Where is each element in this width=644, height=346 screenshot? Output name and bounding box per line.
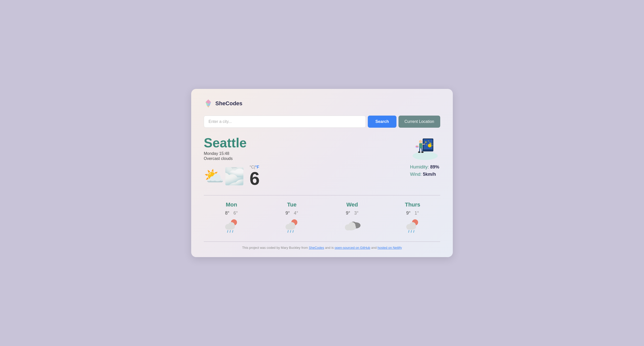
forecast-day-name: Mon [226, 201, 237, 208]
svg-line-19 [419, 148, 420, 152]
weather-left: Seattle Monday 15:48 Overcast clouds ⛅🌫️… [204, 135, 260, 188]
forecast-temps: 8° 6° [225, 211, 238, 216]
forecast-icon-wed [343, 218, 361, 234]
wind-label: Wind: [410, 172, 422, 177]
humidity-value: 89% [430, 164, 439, 169]
forecast-day-name: Tue [287, 201, 296, 208]
svg-point-15 [419, 140, 422, 143]
forecast-low: 6° [233, 211, 238, 216]
svg-point-37 [289, 222, 295, 229]
header: SheCodes [204, 99, 440, 108]
forecast-day-wed: Wed 9° 3° [325, 201, 380, 235]
svg-line-52 [414, 230, 414, 232]
current-weather-section: Seattle Monday 15:48 Overcast clouds ⛅🌫️… [204, 135, 440, 188]
forecast-day-name: Wed [346, 201, 358, 208]
footer-divider [204, 241, 440, 242]
forecast-low: 1° [415, 211, 419, 216]
svg-line-39 [290, 230, 291, 232]
forecast-temps: 9° 4° [286, 211, 298, 216]
svg-point-30 [228, 222, 235, 229]
humidity-label: Humidity: [410, 164, 429, 169]
forecast-low: 3° [354, 211, 358, 216]
wind-stat: Wind: 5km/h [410, 172, 439, 177]
svg-point-22 [421, 152, 424, 153]
forecast-low: 4° [294, 211, 298, 216]
app-card: SheCodes Search Current Location Seattle… [191, 89, 453, 257]
footer-middle: and is [324, 246, 335, 250]
svg-line-13 [431, 144, 432, 144]
wind-value: 5km/h [423, 172, 436, 177]
temperature-value: 6 [250, 169, 260, 188]
section-divider [204, 195, 440, 195]
svg-rect-16 [419, 143, 422, 148]
svg-point-4 [413, 152, 438, 160]
footer-netlify-link[interactable]: hosted on Netlify [378, 246, 402, 250]
svg-line-38 [288, 230, 288, 232]
temperature-row: ⛅🌫️ °C|°F 6 [204, 165, 260, 188]
search-row: Search Current Location [204, 116, 440, 128]
footer-github-link[interactable]: open-sourced on GitHub [335, 246, 370, 250]
forecast-day-tue: Tue 9° 4° [264, 201, 319, 235]
svg-point-8 [428, 141, 429, 142]
footer-text: This project was coded by Mary Buckley f… [204, 246, 440, 250]
svg-line-17 [422, 144, 425, 145]
forecast-temps: 9° 1° [406, 211, 419, 216]
current-location-button[interactable]: Current Location [398, 116, 440, 128]
weather-right: Humidity: 89% Wind: 5km/h [410, 135, 440, 177]
forecast-day-thurs: Thurs 9° 1° [385, 201, 440, 235]
weather-description: Overcast clouds [204, 156, 260, 161]
weather-illustration [410, 135, 440, 160]
forecast-icon-thurs [405, 218, 421, 235]
forecast-day-name: Thurs [405, 201, 420, 208]
svg-point-11 [428, 144, 432, 148]
forecast-high: 9° [346, 211, 350, 216]
svg-point-7 [425, 142, 426, 143]
weather-datetime: Monday 15:48 [204, 151, 260, 156]
svg-line-50 [409, 230, 409, 232]
current-weather-icon: ⛅🌫️ [204, 167, 245, 186]
svg-point-45 [348, 222, 355, 229]
svg-point-9 [430, 143, 431, 144]
svg-point-49 [409, 222, 416, 229]
svg-point-25 [417, 146, 418, 147]
footer-and: and [370, 246, 378, 250]
svg-line-31 [227, 230, 228, 232]
humidity-stat: Humidity: 89% [410, 164, 439, 170]
footer-shecodes-link[interactable]: SheCodes [309, 246, 324, 250]
forecast-day-mon: Mon 8° 6° [204, 201, 259, 235]
city-name: Seattle [204, 135, 260, 150]
forecast-high: 9° [406, 211, 411, 216]
forecast-temps: 9° 3° [346, 211, 358, 216]
temperature-block: °C|°F 6 [250, 165, 260, 188]
svg-marker-3 [207, 106, 210, 108]
svg-line-40 [293, 230, 293, 232]
svg-line-51 [411, 230, 412, 232]
svg-point-26 [417, 147, 418, 148]
svg-point-21 [418, 152, 420, 153]
svg-line-20 [422, 148, 422, 152]
shecodes-logo-icon [204, 99, 213, 108]
forecast-row: Mon 8° 6° [204, 201, 440, 235]
forecast-icon-tue [284, 218, 300, 235]
forecast-high: 9° [286, 211, 290, 216]
svg-rect-18 [425, 144, 426, 144]
search-input[interactable] [204, 116, 366, 128]
search-button[interactable]: Search [368, 116, 396, 128]
svg-line-32 [230, 230, 230, 232]
brand-name: SheCodes [215, 100, 243, 107]
weather-stats: Humidity: 89% Wind: 5km/h [410, 164, 439, 177]
svg-line-33 [232, 230, 233, 232]
footer-prefix: This project was coded by Mary Buckley f… [242, 246, 309, 250]
svg-point-10 [426, 145, 427, 145]
svg-point-24 [416, 146, 417, 147]
forecast-high: 8° [225, 211, 229, 216]
forecast-icon-mon [223, 218, 240, 235]
